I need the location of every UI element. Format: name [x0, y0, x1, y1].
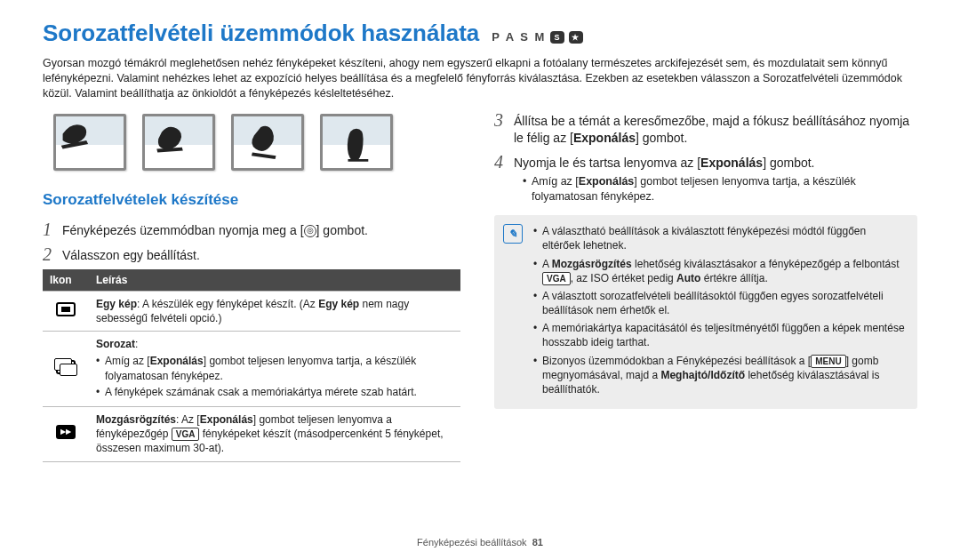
single-shot-icon: [56, 302, 76, 316]
note-box: ✎ A választható beállítások a kiválaszto…: [494, 215, 917, 409]
drive-key-icon: ◎: [304, 225, 316, 237]
title-row: Sorozatfelvételi üzemmódok használata P …: [43, 18, 917, 49]
section-subtitle: Sorozatfelvételek készítése: [43, 190, 460, 211]
footer-section: Fényképezési beállítások: [417, 537, 527, 548]
r1-rest: : A készülék egy fényképet készít. (Az: [137, 298, 318, 310]
table-row: Sorozat: Amíg az [Exponálás] gombot telj…: [43, 332, 460, 407]
r2-strong: Sorozat: [96, 338, 135, 350]
mode-indicators: P A S M S ★: [492, 29, 583, 45]
thumb-snowboard-3: [231, 114, 304, 171]
table-row: Egy kép: A készülék egy fényképet készít…: [43, 291, 460, 331]
step-2: 2 Válasszon egy beállítást.: [43, 244, 460, 264]
step-4-sub: Amíg az [Exponálás] gombot teljesen leny…: [523, 174, 917, 204]
menu-badge: MENU: [811, 355, 845, 368]
step-num-2: 2: [43, 244, 62, 264]
r2-b1: Amíg az [Exponálás] gombot teljesen leny…: [96, 354, 453, 382]
options-table: Ikon Leírás Egy kép: A készülék egy fény…: [43, 269, 460, 462]
thumb-snowboard-1: [53, 114, 126, 171]
mode-letters: P A S M: [492, 29, 546, 45]
continuous-icon: [56, 360, 76, 374]
step-num-1: 1: [43, 220, 62, 239]
step-4: 4 Nyomja le és tartsa lenyomva az [Expon…: [494, 152, 917, 207]
step-3: 3 Állítsa be a témát a keresőmezőbe, maj…: [494, 110, 917, 147]
note-4: A memóriakártya kapacitásától és teljesí…: [533, 321, 907, 349]
thumb-snowboard-2: [142, 114, 215, 171]
motion-capture-icon: ▶▶: [56, 425, 76, 439]
step-1-pre: Fényképezés üzemmódban nyomja meg a [: [62, 223, 304, 237]
note-2: A Mozgásrögzítés lehetőség kiválasztásak…: [533, 257, 907, 285]
footer-page: 81: [532, 537, 543, 548]
note-5: Bizonyos üzemmódokban a Fényképezési beá…: [533, 354, 907, 397]
vga-badge: VGA: [172, 428, 200, 441]
vga-badge: VGA: [542, 272, 571, 285]
r2-rest: :: [135, 338, 138, 350]
th-icon: Ikon: [43, 269, 89, 292]
th-desc: Leírás: [89, 269, 460, 292]
r1-strong2: Egy kép: [318, 298, 359, 310]
note-1: A választható beállítások a kiválasztott…: [533, 224, 907, 252]
step-2-body: Válasszon egy beállítást.: [62, 244, 460, 264]
page-footer: Fényképezési beállítások 81: [0, 536, 960, 549]
step-1-post: ] gombot.: [316, 223, 368, 237]
page-title: Sorozatfelvételi üzemmódok használata: [43, 18, 479, 49]
intro-paragraph: Gyorsan mozgó témákról meglehetősen nehé…: [43, 56, 917, 101]
r2-b2: A fényképek számának csak a memóriakárty…: [96, 385, 453, 399]
note-icon: ✎: [503, 224, 523, 244]
step-num-4: 4: [494, 152, 514, 207]
thumb-snowboard-4: [320, 114, 393, 171]
note-3: A választott sorozatfelvételi beállításo…: [533, 289, 907, 317]
example-thumbnails: [53, 114, 460, 171]
table-row: ▶▶ Mozgásrögzítés: Az [Exponálás] gombot…: [43, 406, 460, 461]
mode-badge-s: S: [550, 31, 564, 44]
r3-strong: Mozgásrögzítés: [96, 413, 176, 426]
mode-badge-star: ★: [569, 31, 583, 44]
step-num-3: 3: [494, 110, 514, 147]
r1-strong: Egy kép: [96, 298, 137, 310]
step-1: 1 Fényképezés üzemmódban nyomja meg a [◎…: [43, 220, 460, 239]
